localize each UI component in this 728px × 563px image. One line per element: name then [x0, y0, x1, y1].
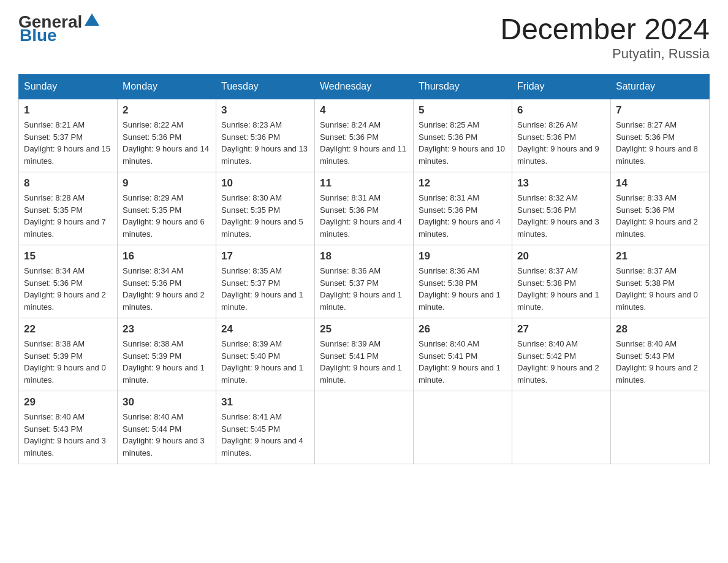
day-info: Sunrise: 8:30 AM Sunset: 5:35 PM Dayligh… [221, 192, 309, 240]
calendar-cell: 8 Sunrise: 8:28 AM Sunset: 5:35 PM Dayli… [19, 172, 118, 245]
calendar-cell: 1 Sunrise: 8:21 AM Sunset: 5:37 PM Dayli… [19, 99, 118, 172]
calendar-cell: 17 Sunrise: 8:35 AM Sunset: 5:37 PM Dayl… [216, 245, 315, 318]
calendar-cell [315, 391, 414, 464]
day-number: 12 [419, 177, 507, 190]
day-info: Sunrise: 8:34 AM Sunset: 5:36 PM Dayligh… [123, 265, 211, 313]
day-number: 21 [616, 250, 704, 262]
day-number: 27 [517, 323, 605, 335]
day-info: Sunrise: 8:27 AM Sunset: 5:36 PM Dayligh… [616, 119, 704, 167]
day-number: 5 [419, 104, 507, 117]
day-number: 9 [123, 177, 211, 190]
day-number: 8 [24, 177, 112, 190]
day-info: Sunrise: 8:40 AM Sunset: 5:43 PM Dayligh… [24, 411, 112, 459]
calendar-cell: 28 Sunrise: 8:40 AM Sunset: 5:43 PM Dayl… [611, 318, 710, 391]
day-info: Sunrise: 8:36 AM Sunset: 5:37 PM Dayligh… [320, 265, 408, 313]
header-sunday: Sunday [19, 75, 118, 99]
location-subtitle: Putyatin, Russia [500, 46, 710, 62]
day-info: Sunrise: 8:39 AM Sunset: 5:41 PM Dayligh… [320, 338, 408, 386]
calendar-cell: 11 Sunrise: 8:31 AM Sunset: 5:36 PM Dayl… [315, 172, 414, 245]
calendar-cell: 5 Sunrise: 8:25 AM Sunset: 5:36 PM Dayli… [414, 99, 512, 172]
day-info: Sunrise: 8:21 AM Sunset: 5:37 PM Dayligh… [24, 119, 112, 167]
calendar-cell: 24 Sunrise: 8:39 AM Sunset: 5:40 PM Dayl… [216, 318, 315, 391]
day-number: 1 [24, 104, 112, 117]
day-number: 11 [320, 177, 408, 190]
calendar-cell [611, 391, 710, 464]
header-monday: Monday [118, 75, 216, 99]
day-info: Sunrise: 8:22 AM Sunset: 5:36 PM Dayligh… [123, 119, 211, 167]
weekday-header-row: Sunday Monday Tuesday Wednesday Thursday… [19, 75, 710, 99]
day-info: Sunrise: 8:41 AM Sunset: 5:45 PM Dayligh… [221, 411, 309, 459]
day-number: 23 [123, 323, 211, 335]
calendar-cell: 22 Sunrise: 8:38 AM Sunset: 5:39 PM Dayl… [19, 318, 118, 391]
calendar-body: 1 Sunrise: 8:21 AM Sunset: 5:37 PM Dayli… [19, 99, 710, 464]
week-row-3: 15 Sunrise: 8:34 AM Sunset: 5:36 PM Dayl… [19, 245, 710, 318]
day-info: Sunrise: 8:23 AM Sunset: 5:36 PM Dayligh… [221, 119, 309, 167]
calendar-cell: 19 Sunrise: 8:36 AM Sunset: 5:38 PM Dayl… [414, 245, 512, 318]
day-info: Sunrise: 8:26 AM Sunset: 5:36 PM Dayligh… [517, 119, 605, 167]
day-info: Sunrise: 8:24 AM Sunset: 5:36 PM Dayligh… [320, 119, 408, 167]
header-friday: Friday [512, 75, 611, 99]
header-saturday: Saturday [611, 75, 710, 99]
day-info: Sunrise: 8:38 AM Sunset: 5:39 PM Dayligh… [123, 338, 211, 386]
calendar-cell: 15 Sunrise: 8:34 AM Sunset: 5:36 PM Dayl… [19, 245, 118, 318]
day-number: 22 [24, 323, 112, 335]
header-tuesday: Tuesday [216, 75, 315, 99]
calendar-cell: 30 Sunrise: 8:40 AM Sunset: 5:44 PM Dayl… [118, 391, 216, 464]
day-info: Sunrise: 8:40 AM Sunset: 5:43 PM Dayligh… [616, 338, 704, 386]
svg-marker-0 [85, 13, 99, 26]
calendar-cell: 16 Sunrise: 8:34 AM Sunset: 5:36 PM Dayl… [118, 245, 216, 318]
day-number: 28 [616, 323, 704, 335]
day-info: Sunrise: 8:31 AM Sunset: 5:36 PM Dayligh… [320, 192, 408, 240]
calendar-cell: 18 Sunrise: 8:36 AM Sunset: 5:37 PM Dayl… [315, 245, 414, 318]
week-row-2: 8 Sunrise: 8:28 AM Sunset: 5:35 PM Dayli… [19, 172, 710, 245]
calendar-cell: 25 Sunrise: 8:39 AM Sunset: 5:41 PM Dayl… [315, 318, 414, 391]
calendar-cell: 9 Sunrise: 8:29 AM Sunset: 5:35 PM Dayli… [118, 172, 216, 245]
day-info: Sunrise: 8:29 AM Sunset: 5:35 PM Dayligh… [123, 192, 211, 240]
header-wednesday: Wednesday [315, 75, 414, 99]
calendar-cell: 20 Sunrise: 8:37 AM Sunset: 5:38 PM Dayl… [512, 245, 611, 318]
day-number: 26 [419, 323, 507, 335]
calendar-cell: 12 Sunrise: 8:31 AM Sunset: 5:36 PM Dayl… [414, 172, 512, 245]
calendar-cell: 14 Sunrise: 8:33 AM Sunset: 5:36 PM Dayl… [611, 172, 710, 245]
day-info: Sunrise: 8:37 AM Sunset: 5:38 PM Dayligh… [517, 265, 605, 313]
day-number: 19 [419, 250, 507, 262]
calendar-cell: 29 Sunrise: 8:40 AM Sunset: 5:43 PM Dayl… [19, 391, 118, 464]
week-row-5: 29 Sunrise: 8:40 AM Sunset: 5:43 PM Dayl… [19, 391, 710, 464]
day-number: 17 [221, 250, 309, 262]
calendar-cell: 26 Sunrise: 8:40 AM Sunset: 5:41 PM Dayl… [414, 318, 512, 391]
calendar-cell: 21 Sunrise: 8:37 AM Sunset: 5:38 PM Dayl… [611, 245, 710, 318]
calendar-cell: 3 Sunrise: 8:23 AM Sunset: 5:36 PM Dayli… [216, 99, 315, 172]
calendar-cell: 23 Sunrise: 8:38 AM Sunset: 5:39 PM Dayl… [118, 318, 216, 391]
day-info: Sunrise: 8:25 AM Sunset: 5:36 PM Dayligh… [419, 119, 507, 167]
day-number: 7 [616, 104, 704, 117]
calendar-cell: 7 Sunrise: 8:27 AM Sunset: 5:36 PM Dayli… [611, 99, 710, 172]
title-section: December 2024 Putyatin, Russia [500, 12, 710, 62]
day-number: 3 [221, 104, 309, 117]
calendar-cell: 10 Sunrise: 8:30 AM Sunset: 5:35 PM Dayl… [216, 172, 315, 245]
week-row-1: 1 Sunrise: 8:21 AM Sunset: 5:37 PM Dayli… [19, 99, 710, 172]
week-row-4: 22 Sunrise: 8:38 AM Sunset: 5:39 PM Dayl… [19, 318, 710, 391]
calendar-cell: 13 Sunrise: 8:32 AM Sunset: 5:36 PM Dayl… [512, 172, 611, 245]
calendar-table: Sunday Monday Tuesday Wednesday Thursday… [18, 74, 710, 464]
day-info: Sunrise: 8:39 AM Sunset: 5:40 PM Dayligh… [221, 338, 309, 386]
day-info: Sunrise: 8:34 AM Sunset: 5:36 PM Dayligh… [24, 265, 112, 313]
day-number: 14 [616, 177, 704, 190]
day-info: Sunrise: 8:40 AM Sunset: 5:41 PM Dayligh… [419, 338, 507, 386]
day-info: Sunrise: 8:33 AM Sunset: 5:36 PM Dayligh… [616, 192, 704, 240]
day-number: 18 [320, 250, 408, 262]
calendar-cell: 6 Sunrise: 8:26 AM Sunset: 5:36 PM Dayli… [512, 99, 611, 172]
day-number: 20 [517, 250, 605, 262]
day-number: 29 [24, 396, 112, 408]
day-info: Sunrise: 8:31 AM Sunset: 5:36 PM Dayligh… [419, 192, 507, 240]
day-info: Sunrise: 8:35 AM Sunset: 5:37 PM Dayligh… [221, 265, 309, 313]
page-header: General Blue December 2024 Putyatin, Rus… [18, 12, 710, 62]
day-number: 6 [517, 104, 605, 117]
calendar-cell: 2 Sunrise: 8:22 AM Sunset: 5:36 PM Dayli… [118, 99, 216, 172]
calendar-cell: 31 Sunrise: 8:41 AM Sunset: 5:45 PM Dayl… [216, 391, 315, 464]
calendar-cell [512, 391, 611, 464]
day-number: 31 [221, 396, 309, 408]
header-thursday: Thursday [414, 75, 512, 99]
day-info: Sunrise: 8:32 AM Sunset: 5:36 PM Dayligh… [517, 192, 605, 240]
calendar-cell [414, 391, 512, 464]
calendar-cell: 27 Sunrise: 8:40 AM Sunset: 5:42 PM Dayl… [512, 318, 611, 391]
